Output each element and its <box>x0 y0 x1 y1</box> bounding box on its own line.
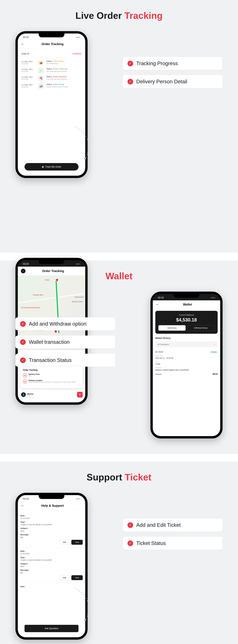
field-value: Unable to view the details in my profile… <box>20 524 83 526</box>
tx-amount-row: Amount $618 <box>155 373 218 376</box>
balance-label: Current Balance <box>158 314 214 316</box>
title-text-1: Support <box>87 472 122 482</box>
title-text-2: Ticket <box>125 472 152 482</box>
feature-item: ✓ Ticket Status <box>123 537 222 550</box>
location-to-icon: ◉ <box>23 380 27 384</box>
check-icon: ✓ <box>128 79 133 84</box>
status-time: 03:15 <box>23 262 29 265</box>
tx-field: Type Credit <box>155 361 218 365</box>
phone-help-support: 03:15 ◦ ▸ ▾ ▪ ← Help & Support Date :21-… <box>16 493 88 640</box>
ticket-buttons: Edit Chat <box>20 540 83 545</box>
check-icon: ✓ <box>20 321 26 327</box>
order-id-value: #1555031 <box>72 53 82 55</box>
title-text-1: Live Order <box>76 10 122 21</box>
phone-screen: 03:15 ◦ ▸ ▾ ▪ ← Order Tracking Order ID … <box>18 34 85 176</box>
phone-notch <box>39 260 64 264</box>
call-button[interactable]: ✆ <box>77 392 83 398</box>
location-from-icon: ◉ <box>23 373 27 378</box>
tx-status-badge: Success <box>210 351 218 353</box>
map-card-title: Order Tracking <box>23 369 80 371</box>
timeline-item: 10, May, 202210:20 AM 📦 Status: Order Pl… <box>22 60 83 66</box>
section-tracking: Live Order Tracking 03:15 ◦ ▸ ▾ ▪ ← Orde <box>0 0 238 253</box>
status-time: 03:15 <box>158 296 164 299</box>
feature-label: Delivery Person Detail <box>136 79 187 84</box>
field-label: Subject : <box>20 562 83 565</box>
timeline-content: Status: Order Confirmed Your order has b… <box>46 68 83 74</box>
track-order-button[interactable]: ◉ Track My Order <box>24 163 78 170</box>
tx-label: Type <box>155 361 218 362</box>
delivery-to-row: ◉ Delivery Location Kutch,Uma Nagar,Mirz… <box>23 380 80 384</box>
title-text-2: Tracking <box>124 10 162 21</box>
ticket-field: Date : <box>20 586 83 588</box>
timeline-date: 10, May, 202210:30 AM <box>22 83 36 89</box>
tx-field: Message Balance credited against item ca… <box>155 367 218 371</box>
screen-header: ← Order Tracking <box>18 40 85 48</box>
status-time: 03:15 <box>23 36 29 39</box>
field-value: fgg <box>20 572 83 574</box>
feature-label: Tracking Progress <box>136 60 178 66</box>
status-icons: ◦ ▸ ▾ ▪ <box>76 498 80 500</box>
timeline-desc: You ordered food. <box>46 63 83 64</box>
phones-stagger: 03:15 ◦ ▸ ▾ ▪ ← Order Tracking Order ID … <box>16 31 115 237</box>
add-money-button[interactable]: Add Money <box>158 325 186 331</box>
driver-row: 👤 dikshita 02847 ✆ <box>20 392 83 398</box>
timeline-item: 10, May, 202210:30 AM 🚚 Status: Order Pi… <box>22 83 83 89</box>
screen-title: Order Tracking <box>26 42 78 46</box>
edit-button[interactable]: Edit <box>59 575 70 580</box>
wallet-filter-dropdown[interactable]: All Transaction ⌄ <box>155 342 218 347</box>
tx-value: Balance credited against item cancellati… <box>155 369 218 371</box>
tx-id: ID: #223 <box>155 351 163 353</box>
timeline-date: 10, May, 202210:22 AM <box>22 68 36 74</box>
field-value: Unable to view the details in my profile… <box>20 559 83 561</box>
timeline-content: Status: Order Prepared Your order has be… <box>46 76 83 81</box>
balance-amount: $4,530.18 <box>158 317 214 323</box>
timeline-desc: Assign Delivery Partner Shortly. <box>46 86 83 88</box>
ticket-field: Message :fgg <box>20 569 83 574</box>
feature-label: Ticket Status <box>136 540 166 546</box>
back-icon[interactable]: ← <box>21 269 26 273</box>
chat-button[interactable]: Chat <box>71 540 83 545</box>
wallet-buttons: Add Money Withdraw Money <box>158 325 214 331</box>
field-value: 21-03-2023 <box>20 553 83 555</box>
wallet-features: ✓ Add and Withdraw option ✓ Wallet trans… <box>16 292 115 367</box>
from-value: Bhuj <box>28 375 40 376</box>
check-icon: ✓ <box>20 339 26 345</box>
field-label: Date : <box>20 586 83 588</box>
tx-value: 2022-05-11 - 13:25:30 <box>155 357 218 359</box>
phone-screen: 03:15 ◦ ▸ ▾ ▪ ← Wallet Current Balance $… <box>153 294 220 436</box>
chat-button[interactable]: Chat <box>71 575 83 580</box>
back-icon[interactable]: ← <box>156 302 160 306</box>
map-poi: D Mart <box>45 279 50 281</box>
withdraw-money-button[interactable]: Withdraw Money <box>187 325 214 331</box>
tx-field: Date & Time 2022-05-11 - 13:25:30 <box>155 355 218 359</box>
status-icons: ◦ ▸ ▾ ▪ <box>76 263 80 265</box>
phone-wallet: 03:15 ◦ ▸ ▾ ▪ ← Wallet Current Balance $… <box>150 292 222 438</box>
phone-notch <box>174 294 199 298</box>
ticket-field: Type :Unable to view the details in my p… <box>20 556 83 561</box>
phone-notch <box>39 495 64 499</box>
feature-label: Transaction Status <box>29 357 72 363</box>
status-icons: ◦ ▸ ▾ ▪ <box>76 36 80 38</box>
driver-chip[interactable]: 👤 dikshita 02847 <box>20 392 36 398</box>
ask-question-button[interactable]: Ask Question <box>24 625 78 632</box>
support-ticket: Date :21-03-2023 Type :Unable to view th… <box>20 548 83 583</box>
ticket-field: Date :21-03-2023 <box>20 550 83 555</box>
support-ticket: Date :21-03-2023 Type :Unable to view th… <box>20 512 83 548</box>
support-body: Date :21-03-2023 Type :Unable to view th… <box>18 510 85 637</box>
feature-item: ✓ Transaction Status <box>16 354 115 367</box>
feature-item: ✓ Wallet transaction <box>16 336 115 348</box>
field-label: Date : <box>20 514 83 517</box>
field-label: Type : <box>20 521 83 523</box>
back-icon[interactable]: ← <box>21 504 24 508</box>
chevron-down-icon: ⌄ <box>214 344 216 346</box>
support-title: Support Ticket <box>16 472 222 482</box>
tx-amount: $618 <box>212 373 218 376</box>
timeline-item: 10, May, 202210:24 AM 🍳 Status: Order Pr… <box>22 76 83 81</box>
wallet-body: Current Balance $4,530.18 Add Money With… <box>153 309 220 436</box>
track-btn-label: Track My Order <box>45 166 61 168</box>
back-icon[interactable]: ← <box>21 42 24 46</box>
tx-label: Date & Time <box>155 355 218 356</box>
tx-label: Message <box>155 367 218 368</box>
edit-button[interactable]: Edit <box>59 540 70 545</box>
wallet-row: 03:15 ◦ ▸ ▾ ▪ ← Wallet Current Balance $… <box>16 292 222 438</box>
